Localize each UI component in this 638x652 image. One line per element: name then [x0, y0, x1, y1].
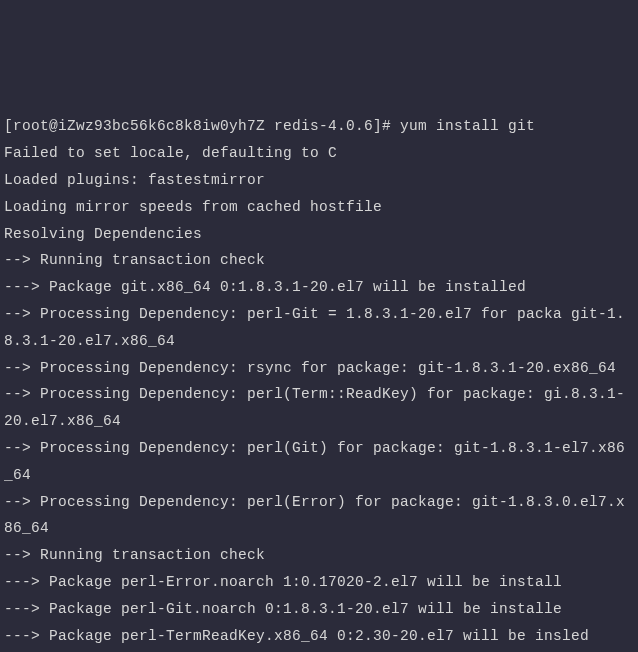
terminal-line: --> Processing Dependency: perl(Term::Re… [4, 381, 634, 435]
terminal-line: Failed to set locale, defaulting to C [4, 140, 634, 167]
terminal-line: --> Processing Dependency: perl(Git) for… [4, 435, 634, 489]
terminal-line: --> Processing Dependency: perl(Error) f… [4, 489, 634, 543]
terminal-line: [root@iZwz93bc56k6c8k8iw0yh7Z redis-4.0.… [4, 113, 634, 140]
terminal-line: Loaded plugins: fastestmirror [4, 167, 634, 194]
terminal-line: --> Processing Dependency: perl-Git = 1.… [4, 301, 634, 355]
terminal-line: --> Running transaction check [4, 247, 634, 274]
terminal-line: ---> Package perl-TermReadKey.x86_64 0:2… [4, 623, 634, 650]
terminal-line: ---> Package perl-Error.noarch 1:0.17020… [4, 569, 634, 596]
terminal-line: --> Processing Dependency: rsync for pac… [4, 355, 634, 382]
terminal-line: Resolving Dependencies [4, 221, 634, 248]
terminal-line: ---> Package perl-Git.noarch 0:1.8.3.1-2… [4, 596, 634, 623]
terminal-line: ---> Package git.x86_64 0:1.8.3.1-20.el7… [4, 274, 634, 301]
terminal-line: --> Running transaction check [4, 542, 634, 569]
terminal-line: Loading mirror speeds from cached hostfi… [4, 194, 634, 221]
terminal-output[interactable]: [root@iZwz93bc56k6c8k8iw0yh7Z redis-4.0.… [4, 113, 634, 652]
